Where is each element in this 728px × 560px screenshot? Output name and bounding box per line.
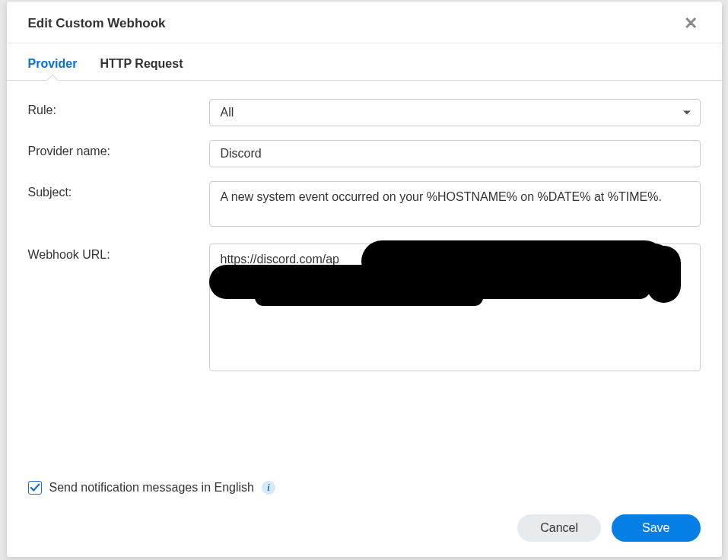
dialog-title: Edit Custom Webhook xyxy=(28,16,166,31)
english-checkbox[interactable] xyxy=(28,481,42,495)
english-checkbox-row: Send notification messages in English i xyxy=(7,475,722,501)
redaction-mark xyxy=(635,243,673,293)
row-webhook-url: Webhook URL: xyxy=(28,243,701,374)
label-provider-name: Provider name: xyxy=(28,140,209,158)
provider-name-input[interactable] xyxy=(209,140,701,167)
caret-down-icon xyxy=(683,111,691,115)
row-provider-name: Provider name: xyxy=(28,140,701,167)
edit-webhook-dialog: Edit Custom Webhook ✕ Provider HTTP Requ… xyxy=(7,2,722,557)
redaction-mark xyxy=(460,278,650,299)
checkmark-icon xyxy=(30,482,40,493)
form-area: Rule: All Provider name: Subject: Webhoo… xyxy=(7,81,722,475)
tab-http-request[interactable]: HTTP Request xyxy=(100,57,183,80)
redaction-mark xyxy=(255,289,483,306)
subject-textarea[interactable] xyxy=(209,181,701,227)
label-subject: Subject: xyxy=(28,181,209,199)
row-rule: Rule: All xyxy=(28,99,701,126)
cancel-button[interactable]: Cancel xyxy=(517,514,601,542)
dialog-footer: Cancel Save xyxy=(7,501,722,557)
save-button[interactable]: Save xyxy=(612,514,700,542)
dialog-header: Edit Custom Webhook ✕ xyxy=(7,2,722,43)
english-checkbox-label: Send notification messages in English xyxy=(49,481,255,495)
info-icon[interactable]: i xyxy=(262,481,275,495)
tabs: Provider HTTP Request xyxy=(7,43,722,81)
rule-select-value: All xyxy=(221,106,234,119)
tab-provider[interactable]: Provider xyxy=(28,57,78,80)
close-icon[interactable]: ✕ xyxy=(681,15,701,32)
rule-select[interactable]: All xyxy=(209,99,701,126)
row-subject: Subject: xyxy=(28,181,701,230)
label-rule: Rule: xyxy=(28,99,209,117)
label-webhook-url: Webhook URL: xyxy=(28,243,209,262)
